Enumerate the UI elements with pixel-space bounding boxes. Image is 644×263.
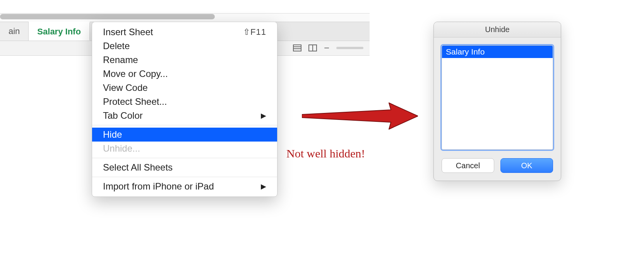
annotation-caption: Not well hidden! <box>286 147 365 160</box>
menu-tab-color[interactable]: Tab Color ▶ <box>92 109 277 123</box>
menu-label: View Code <box>103 82 148 93</box>
submenu-caret-icon: ▶ <box>261 182 266 191</box>
menu-label: Tab Color <box>103 110 143 121</box>
menu-label: Delete <box>103 41 130 51</box>
menu-label: Unhide... <box>103 143 140 154</box>
menu-protect-sheet[interactable]: Protect Sheet... <box>92 95 277 109</box>
unhide-sheet-listbox[interactable]: Salary Info <box>442 45 553 150</box>
menu-insert-sheet[interactable]: Insert Sheet ⇧F11 <box>92 25 277 39</box>
zoom-out-icon[interactable]: − <box>324 43 329 53</box>
menu-shortcut: ⇧F11 <box>243 27 266 37</box>
svg-rect-0 <box>293 45 301 51</box>
view-controls: − <box>293 43 363 53</box>
dialog-title: Unhide <box>434 22 561 38</box>
zoom-slider[interactable] <box>336 47 363 49</box>
sheet-context-menu: Insert Sheet ⇧F11 Delete Rename Move or … <box>92 22 277 197</box>
menu-label: Move or Copy... <box>103 68 168 79</box>
sheet-tab-main[interactable]: ain <box>0 22 29 41</box>
dialog-button-row: Cancel OK <box>434 156 561 181</box>
menu-label: Import from iPhone or iPad <box>103 181 214 192</box>
normal-view-icon[interactable] <box>293 44 301 51</box>
menu-label: Insert Sheet <box>103 27 153 38</box>
menu-select-all-sheets[interactable]: Select All Sheets <box>92 161 277 174</box>
annotation-arrow-icon <box>302 101 418 132</box>
sheet-tab-salary-info[interactable]: Salary Info <box>29 22 89 41</box>
menu-separator <box>92 158 277 158</box>
submenu-caret-icon: ▶ <box>261 111 266 120</box>
menu-view-code[interactable]: View Code <box>92 81 277 95</box>
menu-delete[interactable]: Delete <box>92 39 277 53</box>
menu-separator <box>92 177 277 177</box>
unhide-dialog: Unhide Salary Info Cancel OK <box>433 22 561 181</box>
menu-move-or-copy[interactable]: Move or Copy... <box>92 67 277 81</box>
menu-import-from-device[interactable]: Import from iPhone or iPad ▶ <box>92 179 277 193</box>
menu-hide[interactable]: Hide <box>92 128 277 142</box>
ok-button[interactable]: OK <box>500 158 553 173</box>
cancel-button[interactable]: Cancel <box>442 158 494 173</box>
menu-label: Rename <box>103 55 138 65</box>
menu-separator <box>92 125 277 125</box>
menu-label: Hide <box>103 129 122 140</box>
menu-label: Select All Sheets <box>103 162 173 173</box>
svg-marker-5 <box>302 103 418 129</box>
menu-unhide: Unhide... <box>92 142 277 155</box>
page-layout-view-icon[interactable] <box>308 44 317 51</box>
horizontal-scrollbar-thumb[interactable] <box>0 14 215 19</box>
list-item[interactable]: Salary Info <box>442 46 553 58</box>
menu-rename[interactable]: Rename <box>92 53 277 67</box>
menu-label: Protect Sheet... <box>103 96 167 107</box>
dialog-body: Salary Info <box>434 38 561 156</box>
